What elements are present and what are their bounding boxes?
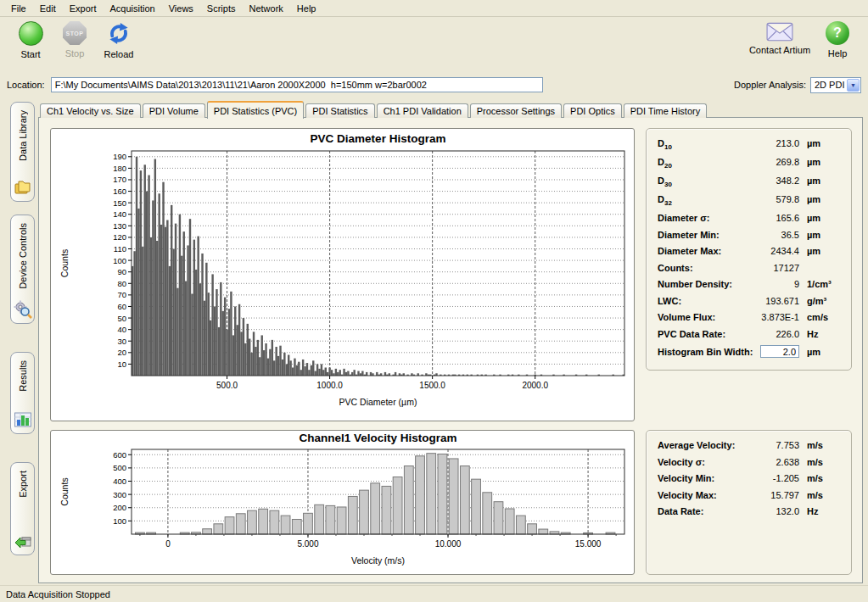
- svg-text:10: 10: [117, 360, 126, 369]
- app-window: { "window": { "status_text": "Data Acqui…: [0, 0, 868, 602]
- doppler-analysis-select[interactable]: 2D PDI ▼: [810, 77, 861, 93]
- stat-value: 36.5: [745, 230, 799, 240]
- help-button[interactable]: ? Help: [815, 21, 860, 59]
- svg-text:90: 90: [117, 267, 126, 276]
- stat-label: PVC Data Rate:: [658, 329, 745, 339]
- stat-row: Diameter σ:165.6µm: [658, 213, 841, 230]
- tab-processor-settings[interactable]: Processor Settings: [470, 103, 562, 118]
- svg-text:50: 50: [117, 314, 126, 323]
- gears-icon: [14, 300, 32, 319]
- sidebar-item-data-library[interactable]: Data Library: [10, 102, 35, 202]
- status-text: Data Acquisition Stopped: [6, 589, 110, 599]
- svg-text:200: 200: [113, 503, 126, 512]
- menu-file[interactable]: File: [4, 2, 33, 15]
- stat-unit: m/s: [799, 490, 841, 500]
- help-icon: ?: [826, 21, 849, 45]
- stat-row: Velocity Min:-1.205m/s: [658, 473, 841, 490]
- stat-label: Data Rate:: [658, 506, 745, 516]
- location-input[interactable]: [51, 77, 543, 92]
- chevron-down-icon[interactable]: ▼: [847, 79, 860, 92]
- main-area: Ch1 Velocity vs. SizePDI VolumePDI Stati…: [38, 100, 863, 583]
- folder-icon: [14, 178, 32, 197]
- stat-unit: µm: [799, 138, 841, 148]
- stat-label: Average Velocity:: [658, 440, 745, 450]
- menu-help[interactable]: Help: [290, 2, 323, 15]
- location-row: Location: Doppler Analysis: 2D PDI ▼: [0, 75, 868, 95]
- location-label: Location:: [7, 80, 45, 90]
- svg-text:PVC Diameter Histogram: PVC Diameter Histogram: [311, 132, 446, 145]
- menu-bar: FileEditExportAcquisitionViewsScriptsNet…: [0, 0, 868, 17]
- svg-text:30: 30: [117, 337, 126, 346]
- stat-unit: 1/cm³: [799, 279, 841, 289]
- start-button[interactable]: Start: [8, 21, 53, 59]
- svg-text:Counts: Counts: [59, 249, 70, 277]
- svg-text:500.0: 500.0: [216, 381, 238, 390]
- stat-unit: m/s: [799, 440, 841, 450]
- tab-pdi-optics[interactable]: PDI Optics: [563, 103, 622, 118]
- stat-value: 15.797: [745, 490, 799, 500]
- tab-ch1-pdi-validation[interactable]: Ch1 PDI Validation: [377, 103, 468, 118]
- stat-value: 579.8: [745, 194, 799, 204]
- stat-value: 348.2: [745, 176, 799, 186]
- sidebar-item-export[interactable]: Export: [10, 462, 35, 555]
- velocity-statistics-panel: Average Velocity:7.753m/sVelocity σ:2.63…: [646, 430, 852, 575]
- tab-pdi-statistics-pvc[interactable]: PDI Statistics (PVC): [207, 101, 304, 119]
- bin-width-input[interactable]: [760, 345, 799, 358]
- menu-views[interactable]: Views: [162, 2, 200, 15]
- svg-text:140: 140: [113, 209, 126, 219]
- svg-text:1500.0: 1500.0: [419, 381, 445, 390]
- sidebar-item-device-controls[interactable]: Device Controls: [10, 215, 35, 324]
- sidebar-item-label: Data Library: [18, 110, 28, 161]
- stat-label: Velocity σ:: [658, 457, 745, 467]
- stop-label: Stop: [65, 48, 85, 59]
- stat-label: Histogram Bin Width:: [658, 347, 760, 357]
- stat-label: Diameter Min:: [658, 230, 745, 240]
- sidebar: Data LibraryDevice ControlsResultsExport: [0, 98, 37, 583]
- export-icon: [14, 532, 32, 550]
- stat-row: D20269.8µm: [658, 157, 841, 176]
- svg-text:PVC Diameter (µm): PVC Diameter (µm): [339, 397, 417, 407]
- svg-text:110: 110: [114, 244, 126, 254]
- stat-unit: µm: [799, 347, 841, 357]
- stat-unit: µm: [799, 157, 841, 167]
- stat-label: Velocity Max:: [658, 490, 745, 500]
- svg-text:40: 40: [117, 325, 126, 334]
- tab-pdi-volume[interactable]: PDI Volume: [143, 103, 205, 118]
- svg-text:0: 0: [165, 539, 171, 549]
- pvc-statistics-panel: D10213.0µmD20269.8µmD30348.2µmD32579.8µm…: [646, 128, 852, 371]
- stat-value: 2434.4: [745, 246, 799, 256]
- stat-row: Velocity σ:2.638m/s: [658, 457, 841, 474]
- chart-icon: [14, 410, 32, 429]
- stat-label: D20: [658, 157, 745, 170]
- doppler-analysis-label: Doppler Analysis:: [734, 80, 806, 90]
- tab-ch1-velocity-vs-size[interactable]: Ch1 Velocity vs. Size: [40, 103, 141, 118]
- pvc-diameter-histogram-panel: PVC Diameter Histogram102030405060708090…: [50, 128, 635, 421]
- status-bar: Data Acquisition Stopped: [0, 585, 868, 602]
- stat-label: Counts:: [658, 263, 745, 273]
- menu-export[interactable]: Export: [63, 2, 104, 15]
- svg-text:190: 190: [113, 152, 126, 161]
- contact-artium-button[interactable]: Contact Artium: [744, 21, 815, 59]
- menu-acquisition[interactable]: Acquisition: [104, 2, 162, 15]
- tab-pdi-time-history[interactable]: PDI Time History: [624, 103, 708, 118]
- svg-text:Counts: Counts: [59, 477, 70, 505]
- menu-scripts[interactable]: Scripts: [200, 2, 243, 15]
- stat-value: 269.8: [745, 157, 799, 167]
- stat-label: LWC:: [658, 296, 745, 306]
- tab-page: PVC Diameter Histogram102030405060708090…: [38, 117, 863, 583]
- reload-label: Reload: [104, 49, 134, 59]
- menu-edit[interactable]: Edit: [33, 2, 63, 15]
- stat-row: Counts:17127: [658, 263, 841, 280]
- menu-network[interactable]: Network: [242, 2, 289, 15]
- svg-text:500: 500: [113, 463, 126, 472]
- sidebar-item-label: Device Controls: [18, 223, 28, 289]
- sidebar-item-results[interactable]: Results: [10, 352, 35, 434]
- stat-unit: µm: [799, 213, 841, 223]
- reload-button[interactable]: Reload: [97, 21, 141, 59]
- stat-unit: µm: [799, 194, 841, 204]
- stop-button: STOP Stop: [53, 21, 97, 59]
- stat-row: D30348.2µm: [658, 176, 841, 194]
- stat-unit: g/m³: [799, 296, 841, 306]
- svg-text:100: 100: [113, 256, 126, 265]
- tab-pdi-statistics[interactable]: PDI Statistics: [305, 103, 374, 118]
